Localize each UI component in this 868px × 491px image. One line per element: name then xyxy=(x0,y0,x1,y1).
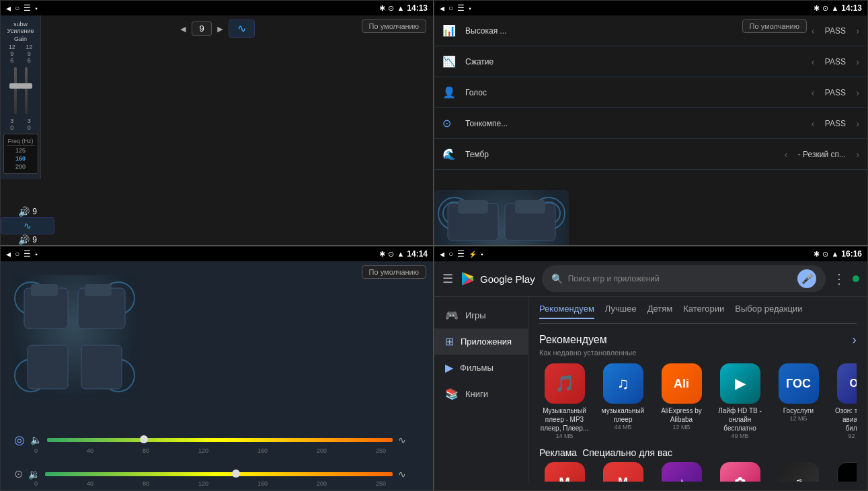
app-icon-zvuk: ♪ xyxy=(662,462,702,482)
gp-title: Google Play xyxy=(480,273,535,285)
app-card-mvideo[interactable]: M xyxy=(598,462,648,482)
gp-menu-icon[interactable]: ☰ xyxy=(442,271,453,286)
panel-audio-eq: ◂ ○ ☰ ▪ ✱ ⊙ ▲ 14:13 ◄ 9 ► ∿ По умолчанию… xyxy=(0,0,434,246)
app-card-ozon[interactable]: OZ Озон: товары, авиа, ж/д билеты 92 МБ xyxy=(832,363,857,439)
settings-item-timbre[interactable]: 🌊 Тембр ‹ - Резкий сп... › xyxy=(434,139,867,170)
gp-sidebar-books[interactable]: 📚 Книги xyxy=(434,381,528,407)
vol-up-btn[interactable]: ► xyxy=(216,24,225,34)
default-btn-1[interactable]: По умолчанию xyxy=(362,19,426,33)
gp-sidebar-games[interactable]: 🎮 Игры xyxy=(434,302,528,328)
wave-tl[interactable]: ∿ xyxy=(1,217,54,234)
slider1-track[interactable] xyxy=(47,438,393,442)
app-size-gosuslugi: 12 МБ xyxy=(790,415,807,422)
slider2-thumb[interactable] xyxy=(232,470,240,478)
app-card-zvuk[interactable]: ♪ xyxy=(656,462,707,482)
status-time-2: 14:13 xyxy=(841,3,862,13)
app-card-tiktok[interactable]: ♪ xyxy=(832,462,857,482)
app-size-music-player: 14 МБ xyxy=(556,433,574,439)
location-icon-4: ⊙ xyxy=(822,250,828,259)
menu-icon-4[interactable]: ☰ xyxy=(457,249,465,259)
timbre-chevron-r[interactable]: › xyxy=(856,149,859,160)
default-btn-2[interactable]: По умолчанию xyxy=(742,19,807,33)
mic-button[interactable]: 🎤 xyxy=(797,269,816,288)
app-card-music-player[interactable]: 🎵 Музыкальный плеер - MP3 плеер, Плеер..… xyxy=(539,363,590,439)
gain-slider-l[interactable] xyxy=(14,67,17,114)
recommended-apps-row: 🎵 Музыкальный плеер - MP3 плеер, Плеер..… xyxy=(539,363,857,439)
toncomp-chevron-r[interactable]: › xyxy=(856,118,859,129)
settings-item-voice[interactable]: 👤 Голос ‹ PASS › xyxy=(434,77,867,108)
app-card-flower[interactable]: ✿ xyxy=(715,462,765,482)
speaker-icon-bl: 🔊 xyxy=(18,234,30,245)
games-label: Игры xyxy=(465,310,486,320)
status-bar-1: ◂ ○ ☰ ▪ ✱ ⊙ ▲ 14:13 xyxy=(1,1,433,15)
back-icon-3[interactable]: ◂ xyxy=(6,249,11,259)
voice-chevron-l[interactable]: ‹ xyxy=(812,87,815,98)
status-bar-4: ◂ ○ ☰ ⚡ ▪ ✱ ⊙ ▲ 16:16 xyxy=(434,247,867,261)
timbre-label: Тембр xyxy=(465,150,778,159)
home-icon-3[interactable]: ○ xyxy=(15,249,19,259)
app-card-music2[interactable]: ♫ музыкальный плеер 44 МБ xyxy=(598,363,648,439)
default-btn-3[interactable]: По умолчанию xyxy=(362,265,426,279)
back-icon-4[interactable]: ◂ xyxy=(440,249,444,259)
voice-chevron-r[interactable]: › xyxy=(856,87,859,98)
movies-label: Фильмы xyxy=(460,363,494,373)
arrow-right-icon[interactable]: › xyxy=(852,332,857,347)
wave-btn-1[interactable]: ∿ xyxy=(229,19,255,38)
high-chevron-r[interactable]: › xyxy=(856,26,859,36)
gp-tab-categories[interactable]: Категории xyxy=(683,304,724,319)
svg-rect-10 xyxy=(458,200,488,214)
status-bar-2: ◂ ○ ☰ ▪ ✱ ⊙ ▲ 14:13 xyxy=(434,1,867,15)
panel3-content: По умолчанию xyxy=(1,261,433,491)
toncomp-chevron-l[interactable]: ‹ xyxy=(812,118,815,129)
gp-tab-top[interactable]: Лучшее xyxy=(605,304,637,319)
home-icon-4[interactable]: ○ xyxy=(448,249,453,259)
record-icon-4: ▪ xyxy=(481,251,483,258)
slider1-thumb[interactable] xyxy=(140,435,148,443)
notification-dot xyxy=(853,275,859,282)
gp-sidebar-movies[interactable]: ▶ Фильмы xyxy=(434,355,528,381)
app-card-aliexpress[interactable]: Ali AliExpress by Alibaba 12 МБ xyxy=(656,363,707,439)
gain-subtitle: Gain xyxy=(14,36,27,42)
panel2-content: По умолчанию 📊 Высокая ... ‹ PASS › 📉 Сж… xyxy=(434,15,867,246)
books-icon: 📚 xyxy=(445,388,459,400)
settings-item-compress[interactable]: 📉 Сжатие ‹ PASS › xyxy=(434,46,867,77)
vol-down-btn[interactable]: ◄ xyxy=(179,24,188,34)
app-card-music3[interactable]: ♬ xyxy=(773,462,824,482)
back-icon-2[interactable]: ◂ xyxy=(440,3,444,13)
settings-item-toncomp[interactable]: ⊙ Тонкомпе... ‹ PASS › xyxy=(434,108,867,139)
timbre-chevron-l[interactable]: ‹ xyxy=(785,149,788,160)
app-icon-tiktok: ♪ xyxy=(837,462,857,482)
more-options-icon[interactable]: ⋮ xyxy=(832,271,846,287)
location-icon: ⊙ xyxy=(388,4,394,13)
slider2-track[interactable] xyxy=(45,472,393,476)
app-card-laif[interactable]: ▶ Лайф HD TB - онлайн бесплатно 49 МБ xyxy=(715,363,765,439)
app-card-metro[interactable]: М xyxy=(539,462,590,482)
timbre-val: - Резкий сп... xyxy=(791,150,852,159)
gp-triangle-icon xyxy=(460,271,476,287)
menu-icon-2[interactable]: ☰ xyxy=(457,3,465,13)
gp-sidebar-apps[interactable]: ⊞ Приложения xyxy=(434,328,528,355)
menu-icon[interactable]: ☰ xyxy=(24,3,31,13)
panel-balance: ◂ ○ ☰ ▪ ✱ ⊙ ▲ 14:14 По умолчанию xyxy=(0,246,434,491)
ad-text: Реклама xyxy=(539,447,577,458)
compress-chevron-l[interactable]: ‹ xyxy=(812,56,815,67)
back-icon[interactable]: ◂ xyxy=(6,3,11,13)
home-icon[interactable]: ○ xyxy=(15,3,19,13)
gain-slider-r[interactable] xyxy=(25,67,28,114)
app-card-gosuslugi[interactable]: ГОС Госуслуги 12 МБ xyxy=(773,363,824,439)
gp-tab-children[interactable]: Детям xyxy=(647,304,673,319)
menu-icon-3[interactable]: ☰ xyxy=(24,249,31,259)
home-icon-2[interactable]: ○ xyxy=(448,3,453,13)
gp-tab-editors[interactable]: Выбор редакции xyxy=(735,304,802,319)
compress-chevron-r[interactable]: › xyxy=(856,56,859,67)
gp-search-bar[interactable]: 🔍 Поиск игр и приложений 🎤 xyxy=(542,265,826,292)
gp-tabs: Рекомендуем Лучшее Детям Категории Выбор… xyxy=(539,297,857,324)
compress-val: PASS xyxy=(818,57,852,66)
car-seats-svg-3 xyxy=(11,275,139,399)
gp-tab-recommended[interactable]: Рекомендуем xyxy=(539,304,594,319)
slider1-minus-icon: 🔈 xyxy=(30,435,42,445)
high-chevron-l[interactable]: ‹ xyxy=(812,26,815,36)
speaker-tl: 🔊 9 xyxy=(1,206,54,217)
speaker-icon-tl: 🔊 xyxy=(18,206,30,217)
toncomp-label: Тонкомпе... xyxy=(465,119,805,128)
